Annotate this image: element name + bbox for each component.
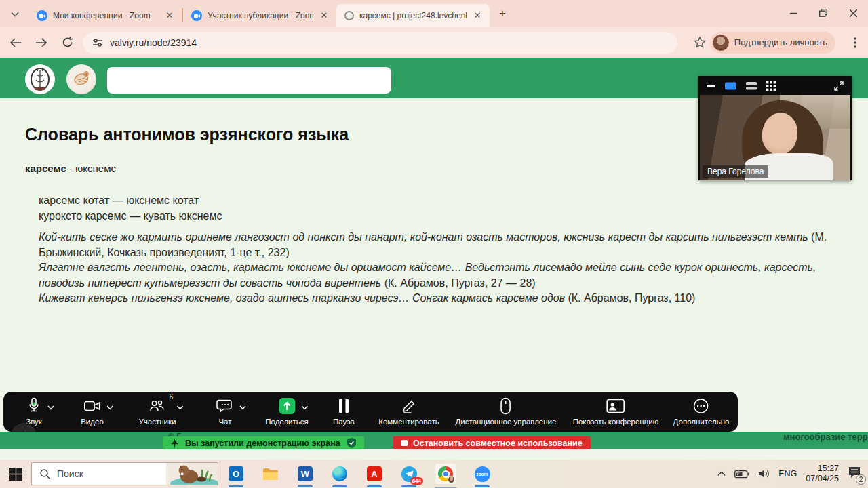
- participants-button[interactable]: 6 Участники: [139, 396, 176, 426]
- tray-expand-chevron-icon[interactable]: [717, 471, 726, 476]
- tab-close-icon[interactable]: ✕: [472, 10, 483, 21]
- video-button[interactable]: Видео: [81, 396, 104, 426]
- pause-share-button[interactable]: Пауза: [333, 396, 355, 426]
- share-button[interactable]: Поделиться: [265, 396, 309, 426]
- word-icon[interactable]: W: [297, 466, 313, 482]
- pause-label: Пауза: [333, 418, 355, 426]
- share-status-text: Вы запустили демонстрацию экрана: [185, 439, 340, 448]
- verify-identity-button[interactable]: Подтвердить личность: [710, 32, 835, 54]
- start-button[interactable]: [0, 468, 31, 481]
- mouse-icon: [500, 396, 511, 416]
- participants-count-badge: 6: [169, 393, 173, 401]
- language-indicator[interactable]: ENG: [778, 469, 797, 479]
- chat-icon: [216, 396, 234, 416]
- tab-title: Участник публикации - Zoom: [208, 11, 313, 20]
- window-close-button[interactable]: [838, 0, 868, 26]
- taskbar-search-box[interactable]: Поиск: [31, 462, 218, 485]
- minimize-video-icon[interactable]: [707, 85, 715, 87]
- usage-example: карсемс котат — юкснемс котат: [39, 192, 222, 208]
- window-restore-button[interactable]: [808, 0, 838, 26]
- meeting-window-icon: [606, 396, 625, 416]
- annotate-button[interactable]: Комментировать: [378, 396, 439, 426]
- video-options-chevron-icon[interactable]: [106, 405, 113, 410]
- browser-tab-bar: Мои конференции - Zoom ✕ Участник публик…: [0, 0, 868, 27]
- site-settings-icon[interactable]: [92, 38, 103, 47]
- chat-options-chevron-icon[interactable]: [239, 405, 246, 410]
- camera-icon: [83, 396, 101, 416]
- show-meeting-label: Показать конференцию: [573, 418, 659, 426]
- new-tab-button[interactable]: +: [494, 5, 511, 22]
- participants-label: Участники: [139, 418, 176, 426]
- share-options-chevron-icon[interactable]: [301, 405, 308, 410]
- expand-video-icon[interactable]: [834, 81, 844, 91]
- screen: Мои конференции - Zoom ✕ Участник публик…: [0, 0, 868, 488]
- headword: карсемс: [25, 163, 66, 174]
- tab-search-button[interactable]: [5, 5, 24, 24]
- tab-zoom-publication[interactable]: Участник публикации - Zoom ✕: [183, 4, 336, 27]
- notification-center-button[interactable]: 2: [848, 466, 861, 481]
- zoom-toolbar: Звук Видео 6 Участники Чат: [3, 392, 738, 432]
- tab-close-icon[interactable]: ✕: [164, 10, 175, 21]
- clock[interactable]: 15:27 07/04/25: [806, 464, 839, 484]
- page-title: Словарь антонимов эрзянского языка: [25, 125, 349, 144]
- edge-icon[interactable]: [332, 466, 348, 482]
- pause-icon: [338, 396, 350, 416]
- citation-source: (К. Абрамов, Пургаз, 110): [565, 292, 695, 304]
- address-bar[interactable]: valviy.ru/node/23914: [83, 32, 677, 54]
- more-label: Дополнительно: [673, 418, 730, 426]
- microphone-icon: [26, 396, 42, 416]
- telegram-icon[interactable]: 844: [401, 466, 417, 482]
- stop-share-button[interactable]: Остановить совместное использование: [393, 436, 591, 449]
- show-meeting-button[interactable]: Показать конференцию: [573, 396, 659, 426]
- remote-control-button[interactable]: Дистанционное управление: [456, 396, 557, 426]
- window-minimize-button[interactable]: [778, 0, 808, 26]
- zoom-favicon-icon: [191, 10, 202, 21]
- tab-title: карсемс | project248.levchenko: [359, 11, 467, 20]
- file-explorer-icon[interactable]: [262, 466, 279, 482]
- site-logo-map[interactable]: [66, 64, 96, 94]
- tab-close-icon[interactable]: ✕: [319, 10, 330, 21]
- forward-button[interactable]: [31, 33, 52, 53]
- url-text: valviy.ru/node/23914: [110, 37, 197, 48]
- participants-options-chevron-icon[interactable]: [177, 405, 184, 410]
- site-search-input[interactable]: [107, 67, 391, 94]
- audio-button[interactable]: Звук: [26, 396, 42, 426]
- taskbar-app-icons: O W A 844 zoom: [228, 464, 490, 484]
- cursor-icon: [171, 439, 178, 448]
- battery-icon[interactable]: [734, 470, 749, 479]
- audio-options-chevron-icon[interactable]: [47, 405, 54, 410]
- tab-karsems-active[interactable]: карсемс | project248.levchenko ✕: [336, 4, 490, 27]
- citations: Кой-кить сеске жо кармить оршнеме лангоз…: [39, 230, 829, 306]
- verify-identity-label: Подтвердить личность: [734, 37, 827, 47]
- site-favicon-icon: [344, 11, 354, 20]
- gallery-strip-view-icon[interactable]: [746, 82, 757, 90]
- annotate-label: Комментировать: [378, 418, 439, 426]
- outlook-icon[interactable]: O: [228, 466, 244, 482]
- window-controls: [778, 0, 868, 26]
- antonym: юкснемс: [75, 163, 116, 174]
- active-speaker-view-icon[interactable]: [725, 82, 736, 90]
- footer-text-fragment: многообразие территории»: [783, 432, 868, 442]
- citation-source: (К. Абрамов, Пургаз, 27 — 28): [381, 277, 535, 289]
- tab-zoom-conferences[interactable]: Мои конференции - Zoom ✕: [28, 4, 182, 27]
- windows-taskbar: Поиск O W A 844: [0, 460, 868, 488]
- page-bottom-strip: [0, 449, 868, 460]
- separator: -: [66, 163, 75, 174]
- bookmark-star-icon[interactable]: [690, 33, 710, 53]
- site-logo-emblem[interactable]: [25, 64, 55, 94]
- search-icon: [40, 469, 50, 479]
- stop-share-text: Остановить совместное использование: [413, 439, 583, 448]
- zoom-app-icon[interactable]: zoom: [474, 466, 490, 482]
- back-button[interactable]: [5, 33, 26, 53]
- chat-label: Чат: [218, 418, 231, 426]
- more-button[interactable]: Дополнительно: [673, 396, 730, 426]
- speaker-icon[interactable]: [758, 469, 770, 479]
- acrobat-icon[interactable]: A: [366, 466, 382, 482]
- tray-time: 15:27: [806, 464, 839, 474]
- grid-view-icon[interactable]: [766, 81, 776, 91]
- chrome-icon[interactable]: [435, 464, 456, 484]
- reload-button[interactable]: [57, 33, 77, 53]
- chat-button[interactable]: Чат: [216, 396, 234, 426]
- zoom-video-overlay[interactable]: Вера Горелова: [698, 76, 852, 180]
- browser-menu-icon[interactable]: [845, 33, 865, 53]
